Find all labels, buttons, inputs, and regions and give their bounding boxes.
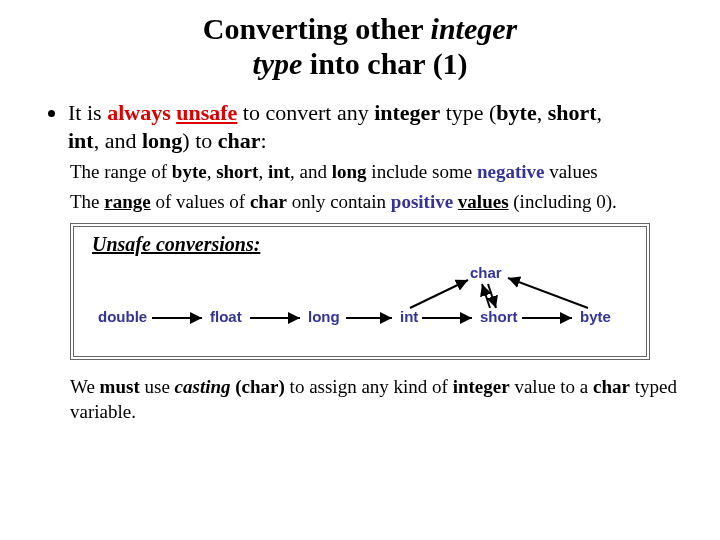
t: casting [175, 376, 231, 397]
t: only contain [287, 191, 391, 212]
t: byte [172, 161, 207, 182]
t: , [537, 100, 548, 125]
t: , [258, 161, 268, 182]
t: char [593, 376, 630, 397]
conversion-diagram: double float long int short byte char [90, 264, 650, 342]
sub-line-1: The range of byte, short, int, and long … [70, 160, 690, 184]
t: , and [94, 128, 142, 153]
t: positive [391, 191, 453, 212]
t: , [207, 161, 217, 182]
type-byte: byte [580, 308, 611, 325]
diagram-title: Unsafe conversions: [92, 233, 630, 256]
type-char: char [470, 264, 502, 281]
t: short [216, 161, 258, 182]
t: int [268, 161, 290, 182]
t: unsafe [176, 100, 237, 125]
sub-line-2: The range of values of char only contain… [70, 190, 690, 214]
type-long: long [308, 308, 340, 325]
bullet-item: It is always unsafe to convert any integ… [68, 99, 690, 154]
t: char [218, 128, 261, 153]
t: to assign any kind of [285, 376, 453, 397]
arrow-icon [410, 280, 468, 308]
note-text: We must use casting (char) to assign any… [70, 374, 690, 425]
t: The [70, 191, 104, 212]
type-int: int [400, 308, 418, 325]
title-italic-2: type [252, 47, 302, 80]
t: (char) [235, 376, 285, 397]
arrow-icon [508, 278, 588, 308]
t: always [107, 100, 171, 125]
t: We [70, 376, 100, 397]
t: , [597, 100, 603, 125]
t: values [458, 191, 509, 212]
t: long [142, 128, 182, 153]
t: It is [68, 100, 107, 125]
t: values [544, 161, 597, 182]
t: of values of [151, 191, 250, 212]
type-double: double [98, 308, 147, 325]
title-italic-1: integer [431, 12, 518, 45]
t: range [104, 191, 150, 212]
t: to convert any [237, 100, 374, 125]
t: negative [477, 161, 545, 182]
t: short [548, 100, 597, 125]
t: integer [453, 376, 510, 397]
t: value to a [510, 376, 593, 397]
t: include some [367, 161, 477, 182]
type-short: short [480, 308, 518, 325]
t: type ( [440, 100, 496, 125]
title-text-2: into char (1) [302, 47, 467, 80]
t: integer [374, 100, 440, 125]
t: , and [290, 161, 332, 182]
t: must [100, 376, 140, 397]
type-float: float [210, 308, 242, 325]
diagram-box: Unsafe conversions: double float long in… [70, 223, 650, 360]
title-text-1: Converting other [203, 12, 431, 45]
slide-title: Converting other integer type into char … [30, 12, 690, 81]
t: int [68, 128, 94, 153]
t: byte [496, 100, 536, 125]
t: use [140, 376, 175, 397]
slide: Converting other integer type into char … [0, 0, 720, 435]
t: long [332, 161, 367, 182]
t: The range of [70, 161, 172, 182]
t: char [250, 191, 287, 212]
t: : [261, 128, 267, 153]
t: (including 0). [509, 191, 617, 212]
t: ) to [182, 128, 217, 153]
bullet-list: It is always unsafe to convert any integ… [48, 99, 690, 154]
